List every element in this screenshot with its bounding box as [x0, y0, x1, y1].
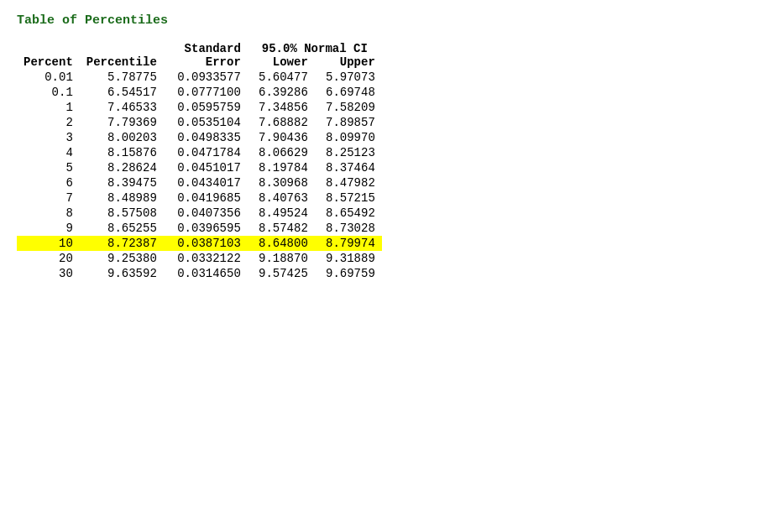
table-cell: 7 — [17, 190, 80, 206]
table-cell: 8.28624 — [80, 160, 164, 175]
table-cell: 7.89857 — [315, 115, 382, 130]
table-cell: 0.0407356 — [164, 206, 248, 221]
table-row: 58.286240.04510178.197848.37464 — [17, 160, 382, 175]
table-cell: 9.69759 — [315, 266, 382, 281]
table-cell: 8.37464 — [315, 160, 382, 175]
table-cell: 8.06629 — [248, 145, 315, 160]
table-cell: 8.57508 — [80, 206, 164, 221]
table-cell: 20 — [17, 251, 80, 266]
table-cell: 0.0471784 — [164, 145, 248, 160]
table-cell: 4 — [17, 145, 80, 160]
table-cell: 8.39475 — [80, 175, 164, 190]
table-cell: 7.34856 — [248, 100, 315, 115]
table-row: 309.635920.03146509.574259.69759 — [17, 266, 382, 281]
table-cell: 9.18870 — [248, 251, 315, 266]
table-cell: 0.0498335 — [164, 130, 248, 145]
table-cell: 8.15876 — [80, 145, 164, 160]
table-row: 0.015.787750.09335775.604775.97073 — [17, 70, 382, 85]
table-cell: 8.40763 — [248, 190, 315, 206]
table-cell: 8 — [17, 206, 80, 221]
table-header-bottom: Percent Percentile Error Lower Upper — [17, 55, 382, 70]
table-body: 0.015.787750.09335775.604775.970730.16.5… — [17, 70, 382, 281]
table-row: 38.002030.04983357.904368.09970 — [17, 130, 382, 145]
table-cell: 5.78775 — [80, 70, 164, 85]
table-row: 68.394750.04340178.309688.47982 — [17, 175, 382, 190]
table-cell: 2 — [17, 115, 80, 130]
table-cell: 8.19784 — [248, 160, 315, 175]
table-cell: 0.0595759 — [164, 100, 248, 115]
table-row: 48.158760.04717848.066298.25123 — [17, 145, 382, 160]
col-header-percent — [17, 41, 80, 55]
col-header-upper: Upper — [315, 55, 382, 70]
table-cell: 7.79369 — [80, 115, 164, 130]
table-cell: 8.48989 — [80, 190, 164, 206]
table-cell: 0.0933577 — [164, 70, 248, 85]
table-cell: 0.0451017 — [164, 160, 248, 175]
table-row: 98.652550.03965958.574828.73028 — [17, 221, 382, 236]
table-cell: 8.73028 — [315, 221, 382, 236]
table-cell: 9.57425 — [248, 266, 315, 281]
table-cell: 0.0387103 — [164, 236, 248, 251]
table-cell: 8.57215 — [315, 190, 382, 206]
table-cell: 8.65492 — [315, 206, 382, 221]
table-cell: 0.0396595 — [164, 221, 248, 236]
col-header-percentile-label: Percentile — [80, 55, 164, 70]
table-cell: 8.79974 — [315, 236, 382, 251]
table-cell: 0.0314650 — [164, 266, 248, 281]
table-cell: 6.69748 — [315, 85, 382, 100]
table-header-top: Standard 95.0% Normal CI — [17, 41, 382, 55]
table-cell: 9 — [17, 221, 80, 236]
table-cell: 5.97073 — [315, 70, 382, 85]
table-cell: 6.39286 — [248, 85, 315, 100]
table-cell: 9.31889 — [315, 251, 382, 266]
table-cell: 1 — [17, 100, 80, 115]
table-cell: 0.0777100 — [164, 85, 248, 100]
table-cell: 6 — [17, 175, 80, 190]
table-cell: 0.0332122 — [164, 251, 248, 266]
table-row: 27.793690.05351047.688827.89857 — [17, 115, 382, 130]
table-cell: 0.0434017 — [164, 175, 248, 190]
table-cell: 8.65255 — [80, 221, 164, 236]
table-cell: 0.0535104 — [164, 115, 248, 130]
table-cell: 7.90436 — [248, 130, 315, 145]
table-cell: 0.1 — [17, 85, 80, 100]
table-row: 0.16.545170.07771006.392866.69748 — [17, 85, 382, 100]
col-header-percent-label: Percent — [17, 55, 80, 70]
table-row: 17.465330.05957597.348567.58209 — [17, 100, 382, 115]
table-cell: 8.57482 — [248, 221, 315, 236]
table-cell: 5 — [17, 160, 80, 175]
table-cell: 8.64800 — [248, 236, 315, 251]
table-cell: 8.72387 — [80, 236, 164, 251]
table-cell: 10 — [17, 236, 80, 251]
table-cell: 8.49524 — [248, 206, 315, 221]
col-header-stderr-2: Error — [164, 55, 248, 70]
col-header-stderr-1: Standard — [164, 41, 248, 55]
page-title: Table of Percentiles — [17, 13, 752, 28]
table-cell: 0.01 — [17, 70, 80, 85]
table-cell: 8.25123 — [315, 145, 382, 160]
table-cell: 5.60477 — [248, 70, 315, 85]
table-cell: 0.0419685 — [164, 190, 248, 206]
table-cell: 8.47982 — [315, 175, 382, 190]
percentiles-table: Standard 95.0% Normal CI Percent Percent… — [17, 41, 382, 281]
table-cell: 6.54517 — [80, 85, 164, 100]
col-header-percentile — [80, 41, 164, 55]
table-cell: 9.25380 — [80, 251, 164, 266]
table-row: 108.723870.03871038.648008.79974 — [17, 236, 382, 251]
table-cell: 7.58209 — [315, 100, 382, 115]
table-row: 209.253800.03321229.188709.31889 — [17, 251, 382, 266]
table-row: 78.489890.04196858.407638.57215 — [17, 190, 382, 206]
col-header-ci: 95.0% Normal CI — [248, 41, 382, 55]
table-cell: 9.63592 — [80, 266, 164, 281]
table-cell: 30 — [17, 266, 80, 281]
table-cell: 3 — [17, 130, 80, 145]
table-cell: 8.00203 — [80, 130, 164, 145]
table-cell: 7.46533 — [80, 100, 164, 115]
col-header-lower: Lower — [248, 55, 315, 70]
table-cell: 8.30968 — [248, 175, 315, 190]
table-cell: 8.09970 — [315, 130, 382, 145]
table-cell: 7.68882 — [248, 115, 315, 130]
table-row: 88.575080.04073568.495248.65492 — [17, 206, 382, 221]
